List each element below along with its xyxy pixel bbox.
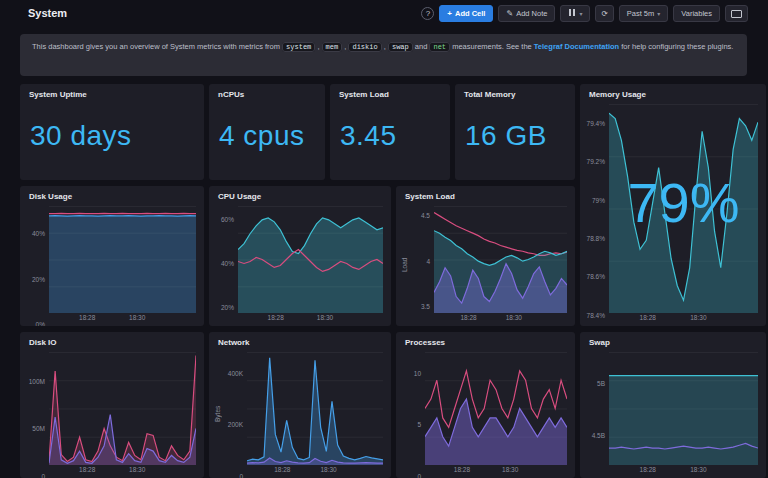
y-tick: 0: [239, 473, 243, 478]
x-tick: 18:28: [640, 314, 656, 321]
nav-controls: ? + Add Cell ✎ Add Note ▾ ⟳ Past 5m ▾ Va…: [421, 5, 748, 22]
y-tick: 20%: [32, 275, 45, 282]
cell-title: Disk Usage: [20, 186, 204, 204]
cell-title: Network: [209, 332, 391, 350]
x-tick: 18:28: [79, 314, 95, 321]
y-axis: 79.4%79.2%79%78.8%78.6%78.4%: [584, 104, 609, 324]
cell-title: System Load: [330, 84, 450, 102]
y-tick: 3.5: [421, 302, 430, 309]
x-axis: 18:2818:30: [425, 465, 567, 476]
add-note-icon: ✎: [506, 9, 513, 18]
refresh-button[interactable]: ⟳: [595, 5, 613, 22]
measurement-chip: system: [282, 42, 315, 52]
cell-memory-usage: Memory Usage 79.4%79.2%79%78.8%78.6%78.4…: [580, 84, 766, 326]
stat-value: 30 days: [20, 102, 204, 180]
y-axis: 1050: [400, 352, 425, 476]
y-tick: 20%: [221, 303, 234, 310]
cell-title: CPU Usage: [209, 186, 391, 204]
banner-text: measurements. See the: [450, 42, 534, 51]
x-tick: 18:30: [129, 314, 145, 321]
memory-usage-chart[interactable]: [609, 104, 758, 313]
presentation-mode-button[interactable]: [725, 5, 748, 22]
y-axis-label: Load: [400, 206, 409, 324]
x-tick: 18:30: [690, 466, 706, 473]
network-chart[interactable]: [247, 352, 383, 465]
y-tick: 78.6%: [587, 273, 605, 280]
y-tick: 100M: [29, 377, 45, 384]
system-load-chart[interactable]: [434, 206, 567, 313]
y-axis: 40%20%0%: [24, 206, 49, 324]
y-tick: 10: [414, 369, 421, 376]
x-axis: 18:2818:30: [609, 313, 758, 324]
y-tick: 200K: [228, 421, 243, 428]
y-tick: 79.2%: [587, 158, 605, 165]
add-cell-icon: +: [447, 9, 452, 18]
variables-button[interactable]: Variables: [673, 5, 720, 22]
cell-system-load-stat: System Load 3.45: [330, 84, 450, 180]
x-tick: 18:30: [502, 466, 518, 473]
y-tick: 40%: [32, 230, 45, 237]
dashboard-title: System: [28, 7, 67, 19]
cell-swap: Swap 5B4.5B 18:2818:30: [580, 332, 766, 478]
y-tick: 40%: [221, 259, 234, 266]
cell-cpu-usage: CPU Usage 60%40%20% 18:2818:30: [209, 186, 391, 326]
cell-title: Swap: [580, 332, 766, 350]
banner-text: This dashboard gives you an overview of …: [32, 42, 282, 51]
cell-title: System Load: [396, 186, 575, 204]
y-axis: 100M50M0: [24, 352, 49, 476]
x-tick: 18:28: [454, 466, 470, 473]
banner-text: ,: [382, 42, 388, 51]
y-tick: 0: [417, 473, 421, 478]
x-axis: 18:2818:30: [247, 465, 383, 476]
cell-title: Total Memory: [455, 84, 575, 102]
y-axis: 4.543.5: [409, 206, 434, 324]
chevron-down-icon: ▾: [579, 10, 582, 17]
cell-system-load-chart: System Load Load 4.543.5 18:2818:30: [396, 186, 575, 326]
cell-title: Disk IO: [20, 332, 204, 350]
y-tick: 4.5: [421, 212, 430, 219]
y-axis: 60%40%20%: [213, 206, 238, 324]
y-tick: 0%: [36, 321, 45, 327]
x-tick: 18:30: [317, 314, 333, 321]
add-note-button[interactable]: ✎ Add Note: [498, 5, 555, 22]
cell-system-uptime: System Uptime 30 days: [20, 84, 204, 180]
cell-disk-usage: Disk Usage 40%20%0% 18:2818:30: [20, 186, 204, 326]
y-tick: 79%: [592, 196, 605, 203]
top-nav: System ? + Add Cell ✎ Add Note ▾ ⟳ Past …: [0, 0, 768, 28]
y-tick: 4.5B: [592, 431, 605, 438]
time-range-dropdown[interactable]: Past 5m ▾: [619, 5, 669, 22]
swap-chart[interactable]: [609, 352, 758, 465]
pause-icon: [568, 9, 576, 18]
cell-title: nCPUs: [209, 84, 325, 102]
dashboard-note-banner: This dashboard gives you an overview of …: [20, 34, 747, 76]
stat-value: 16 GB: [455, 102, 575, 180]
y-tick: 0: [41, 473, 45, 478]
x-tick: 18:28: [79, 466, 95, 473]
add-cell-button[interactable]: + Add Cell: [439, 5, 493, 22]
x-axis: 18:2818:30: [238, 313, 383, 324]
auto-refresh-dropdown[interactable]: ▾: [560, 5, 590, 22]
help-icon[interactable]: ?: [421, 7, 434, 20]
time-range-label: Past 5m: [627, 9, 655, 18]
y-tick: 5: [417, 421, 421, 428]
y-tick: 60%: [221, 216, 234, 223]
x-tick: 18:28: [640, 466, 656, 473]
cell-ncpus: nCPUs 4 cpus: [209, 84, 325, 180]
measurement-chip: mem: [322, 42, 343, 52]
x-axis: 18:2818:30: [434, 313, 567, 324]
disk-usage-chart[interactable]: [49, 206, 196, 313]
cpu-usage-chart[interactable]: [238, 206, 383, 313]
cell-network: Network Bytes 400K200K0 18:2818:30: [209, 332, 391, 478]
telegraf-docs-link[interactable]: Telegraf Documentation: [534, 42, 619, 51]
banner-text: and: [413, 42, 430, 51]
cell-disk-io: Disk IO 100M50M0 18:2818:30: [20, 332, 204, 478]
disk-io-chart[interactable]: [49, 352, 196, 465]
x-tick: 18:28: [460, 314, 476, 321]
cell-total-memory: Total Memory 16 GB: [455, 84, 575, 180]
measurement-chip: net: [429, 42, 450, 52]
chevron-down-icon: ▾: [657, 10, 660, 17]
y-tick: 78.8%: [587, 234, 605, 241]
y-tick: 400K: [228, 369, 243, 376]
processes-chart[interactable]: [425, 352, 567, 465]
refresh-icon: ⟳: [601, 9, 607, 18]
